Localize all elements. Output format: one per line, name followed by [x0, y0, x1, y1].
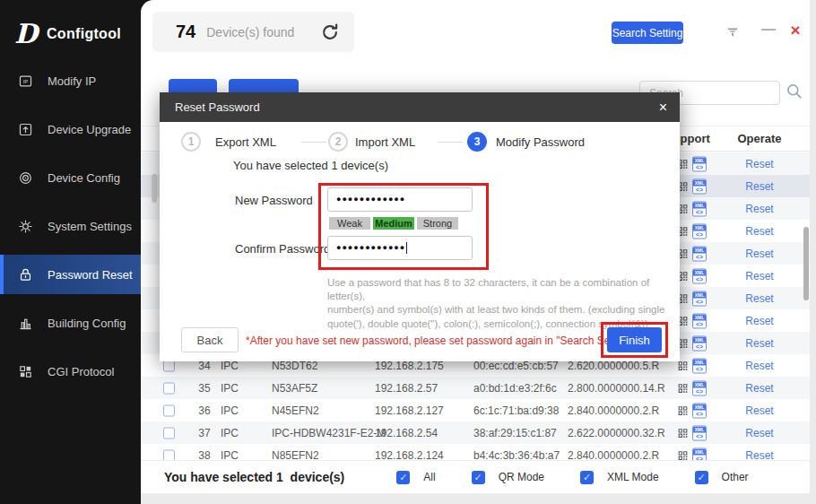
mode-label: Other [722, 471, 749, 483]
row-model: N45EFN2 [272, 404, 319, 417]
mode-checkbox[interactable] [695, 471, 708, 484]
step-circle-1: 1 [181, 132, 201, 152]
sidebar-item-label: Device Upgrade [48, 123, 131, 136]
sidebar-item-building-config[interactable]: Building Config [0, 303, 141, 343]
xml-file-icon[interactable]: XML <> [692, 291, 707, 306]
row-ip: 192.168.2.127 [375, 404, 444, 417]
column-header-operate: Operate [728, 132, 791, 145]
back-button[interactable]: Back [181, 327, 239, 352]
finish-button[interactable]: Finish [607, 327, 662, 352]
dialog-header: Reset Password × [160, 92, 680, 122]
search-icon[interactable] [786, 83, 803, 100]
new-password-field[interactable]: ●●●●●●●●●●●● [327, 187, 473, 212]
row-number: 36 [191, 404, 218, 417]
xml-file-icon[interactable]: XML <> [692, 223, 707, 239]
svg-text:IP: IP [23, 78, 29, 83]
device-config-icon [18, 170, 33, 186]
app-title: Configtool [47, 26, 121, 42]
reset-link[interactable]: Reset [728, 404, 791, 417]
mode-checkbox[interactable] [472, 471, 485, 484]
mode-label: All [423, 471, 435, 483]
reset-link[interactable]: Reset [728, 315, 791, 327]
xml-file-icon[interactable]: XML <> [692, 313, 707, 328]
xml-file-icon[interactable]: XML <> [692, 201, 707, 216]
row-checkbox[interactable] [163, 427, 175, 439]
reset-link[interactable]: Reset [728, 225, 791, 238]
reset-link[interactable]: Reset [728, 337, 791, 350]
sidebar: D Configtool IP Modify IP Device Upgrade… [0, 0, 141, 504]
reset-link[interactable]: Reset [728, 180, 791, 193]
xml-file-icon[interactable]: XML <> [692, 178, 707, 194]
reset-link[interactable]: Reset [728, 158, 791, 170]
step-circle-3: 3 [467, 132, 487, 152]
row-checkbox[interactable] [163, 404, 175, 416]
sidebar-item-device-upgrade[interactable]: Device Upgrade [0, 109, 141, 149]
reset-link[interactable]: Reset [728, 248, 791, 260]
step-label-1: Export XML [215, 135, 276, 149]
xml-file-icon[interactable]: XML <> [692, 268, 707, 283]
qr-code-icon[interactable] [677, 427, 689, 439]
step-connector [301, 142, 326, 143]
reset-link[interactable]: Reset [728, 292, 791, 305]
xml-file-icon[interactable]: XML <> [692, 425, 707, 440]
xml-file-icon[interactable]: XML <> [692, 358, 707, 373]
reset-link[interactable]: Reset [728, 382, 791, 395]
row-type: IPC [221, 427, 239, 439]
row-number: 35 [191, 382, 218, 395]
reset-link[interactable]: Reset [728, 270, 791, 282]
strength-segment: Strong [417, 217, 458, 230]
row-mac: 38:af:29:15:c1:87 [473, 427, 557, 439]
close-window-button[interactable]: × [786, 20, 804, 41]
row-ip: 192.168.2.57 [375, 382, 438, 395]
qr-code-icon[interactable] [677, 382, 689, 394]
xml-file-icon[interactable]: XML <> [692, 403, 707, 418]
row-type: IPC [221, 382, 239, 395]
confirm-password-label: Confirm Password [235, 242, 330, 256]
step-circle-2: 2 [328, 132, 348, 152]
row-model: IPC-HDBW4231F-E2-M [272, 427, 386, 439]
footer-mode-filters: All QR Mode XML Mode Other [396, 471, 748, 484]
dialog-close-icon[interactable]: × [659, 100, 667, 115]
refresh-icon[interactable] [320, 22, 340, 42]
minimize-button[interactable]: — [760, 22, 777, 41]
sidebar-item-system-settings[interactable]: System Settings [0, 206, 141, 246]
row-version: 2.622.0000000.32.R [568, 427, 665, 439]
xml-file-icon[interactable]: XML <> [692, 246, 707, 261]
main-panel: 74 Device(s) found Search Setting — × Su… [141, 0, 810, 493]
table-row: 37 IPC IPC-HDBW4231F-E2-M 192.168.2.54 3… [141, 421, 810, 444]
reset-link[interactable]: Reset [728, 360, 791, 372]
left-scrollbar[interactable] [152, 174, 157, 203]
sidebar-item-label: Modify IP [48, 74, 96, 88]
sidebar-item-device-config[interactable]: Device Config [0, 158, 141, 197]
row-model: N53AF5Z [272, 382, 317, 395]
row-mac: a0:bd:1d:e3:2f:6c [473, 382, 557, 395]
configtool-window: D Configtool IP Modify IP Device Upgrade… [0, 0, 816, 504]
row-checkbox[interactable] [163, 382, 175, 394]
dialog-title: Reset Password [175, 100, 260, 114]
sidebar-item-cgi-protocol[interactable]: CGI Protocol [0, 352, 141, 391]
filter-icon[interactable] [725, 24, 741, 40]
sidebar-item-label: Building Config [48, 317, 126, 330]
row-number: 37 [191, 427, 218, 439]
mode-checkbox[interactable] [396, 471, 410, 484]
password-reset-icon [18, 267, 33, 282]
reset-link[interactable]: Reset [728, 203, 791, 215]
device-upgrade-icon [18, 122, 33, 137]
new-password-value: ●●●●●●●●●●●● [336, 187, 405, 212]
search-setting-button[interactable]: Search Setting [612, 22, 683, 44]
warning-text: *After you have set new password, please… [246, 335, 638, 347]
confirm-password-field[interactable]: ●●●●●●●●●●●● [327, 236, 473, 260]
strength-segment: Medium [373, 217, 414, 230]
xml-file-icon[interactable]: XML <> [692, 156, 707, 171]
sidebar-item-modify-ip[interactable]: IP Modify IP [0, 61, 141, 100]
selected-devices-text: You have selected 1 device(s) [233, 159, 388, 172]
xml-file-icon[interactable]: XML <> [692, 380, 707, 395]
sidebar-item-password-reset[interactable]: Password Reset [0, 255, 141, 294]
vertical-scrollbar[interactable] [803, 227, 809, 300]
qr-code-icon[interactable] [677, 404, 689, 416]
xml-file-icon[interactable]: XML <> [692, 335, 707, 351]
reset-link[interactable]: Reset [728, 427, 791, 439]
mode-filter: XML Mode [580, 471, 659, 484]
sidebar-item-label: Device Config [48, 171, 120, 185]
mode-checkbox[interactable] [580, 471, 594, 484]
